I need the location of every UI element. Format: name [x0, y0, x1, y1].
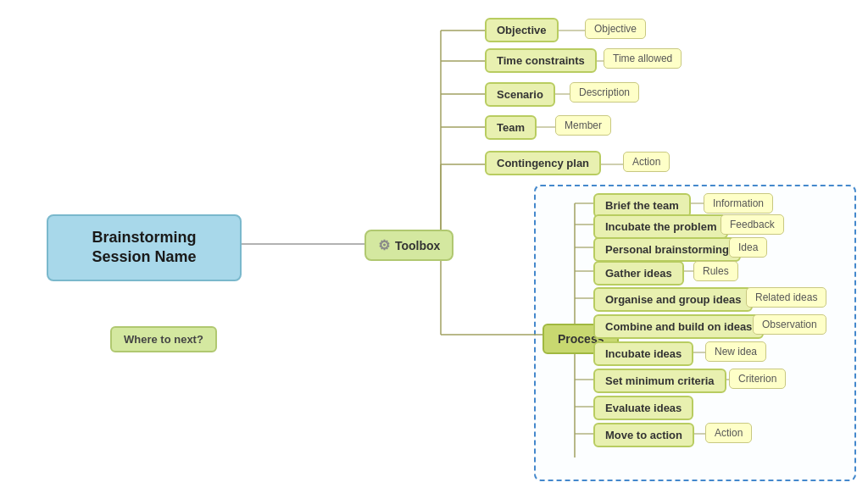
incubate-problem-value-node: Feedback — [721, 214, 784, 235]
where-next-box[interactable]: Where to next? — [110, 326, 217, 352]
team-value: Member — [555, 115, 611, 136]
gather-ideas-label: Gather ideas — [593, 261, 684, 286]
personal-brainstorm-value: Idea — [729, 237, 767, 258]
contingency-label-node: Contingency plan — [485, 151, 601, 175]
main-title-box: Brainstorming Session Name — [47, 214, 242, 281]
where-next-node[interactable]: Where to next? — [110, 326, 217, 352]
contingency-value-node: Action — [623, 152, 670, 172]
move-action-value-node: Action — [705, 423, 752, 443]
objective-value-node: Objective — [585, 19, 646, 39]
time-value: Time allowed — [604, 48, 682, 69]
incubate-problem-label: Incubate the problem — [593, 214, 728, 239]
objective-label: Objective — [485, 18, 559, 42]
move-action-value: Action — [705, 423, 752, 443]
incubate-ideas-label-node: Incubate ideas — [593, 341, 693, 366]
personal-brainstorm-value-node: Idea — [729, 237, 767, 258]
main-title-node: Brainstorming Session Name — [47, 214, 242, 281]
gather-ideas-value: Rules — [693, 261, 738, 281]
evaluate-ideas-label: Evaluate ideas — [593, 396, 693, 420]
gather-ideas-label-node: Gather ideas — [593, 261, 684, 286]
team-label-node: Team — [485, 115, 537, 140]
organise-group-value-node: Related ideas — [746, 287, 826, 308]
time-label-node: Time constraints — [485, 48, 597, 73]
gear-icon: ⚙ — [378, 237, 390, 253]
move-action-label-node: Move to action — [593, 423, 694, 447]
combine-ideas-label-node: Combine and build on ideas — [593, 314, 764, 339]
scenario-value-node: Description — [570, 82, 639, 103]
incubate-ideas-value: New idea — [705, 341, 766, 362]
scenario-value: Description — [570, 82, 639, 103]
objective-label-node: Objective — [485, 18, 559, 42]
toolbox-node[interactable]: ⚙ Toolbox — [364, 230, 453, 261]
combine-ideas-value: Observation — [753, 314, 826, 335]
brief-team-value: Information — [704, 193, 773, 214]
combine-ideas-value-node: Observation — [753, 314, 826, 335]
toolbox-box[interactable]: ⚙ Toolbox — [364, 230, 453, 261]
incubate-ideas-value-node: New idea — [705, 341, 766, 362]
contingency-label: Contingency plan — [485, 151, 601, 175]
incubate-ideas-label: Incubate ideas — [593, 341, 693, 366]
time-value-node: Time allowed — [604, 48, 682, 69]
evaluate-ideas-label-node: Evaluate ideas — [593, 396, 693, 420]
organise-group-label-node: Organise and group ideas — [593, 287, 753, 312]
organise-group-value: Related ideas — [746, 287, 826, 308]
team-label: Team — [485, 115, 537, 140]
personal-brainstorm-label: Personal brainstorming — [593, 237, 741, 262]
set-min-value-node: Criterion — [729, 369, 786, 389]
set-min-value: Criterion — [729, 369, 786, 389]
objective-value: Objective — [585, 19, 646, 39]
set-min-label: Set minimum criteria — [593, 369, 726, 393]
set-min-label-node: Set minimum criteria — [593, 369, 726, 393]
time-label: Time constraints — [485, 48, 597, 73]
incubate-problem-value: Feedback — [721, 214, 784, 235]
contingency-value: Action — [623, 152, 670, 172]
gather-ideas-value-node: Rules — [693, 261, 738, 281]
combine-ideas-label: Combine and build on ideas — [593, 314, 764, 339]
team-value-node: Member — [555, 115, 611, 136]
personal-brainstorm-label-node: Personal brainstorming — [593, 237, 741, 262]
brief-team-value-node: Information — [704, 193, 773, 214]
move-action-label: Move to action — [593, 423, 694, 447]
organise-group-label: Organise and group ideas — [593, 287, 753, 312]
scenario-label: Scenario — [485, 82, 555, 107]
scenario-label-node: Scenario — [485, 82, 555, 107]
incubate-problem-label-node: Incubate the problem — [593, 214, 728, 239]
